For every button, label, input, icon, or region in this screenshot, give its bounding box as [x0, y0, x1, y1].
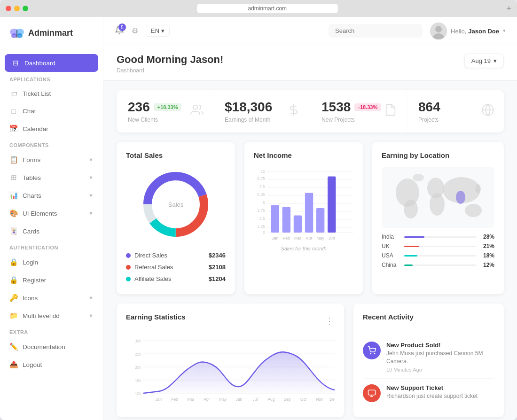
location-name: UK — [382, 243, 400, 249]
search-box[interactable] — [329, 24, 423, 38]
svg-text:3.75: 3.75 — [257, 208, 265, 213]
logo-text: Adminmart — [28, 28, 73, 38]
svg-text:7.5: 7.5 — [259, 184, 265, 189]
svg-text:Mar: Mar — [188, 397, 194, 402]
location-chart-title: Earning by Location — [382, 151, 494, 159]
address-bar[interactable]: adminmart.com — [197, 4, 338, 13]
svg-text:5: 5 — [263, 200, 265, 205]
sidebar-item-calendar[interactable]: 📅 Calendar — [0, 120, 103, 138]
activity-icon-ticket — [363, 384, 381, 402]
sidebar-item-label: Calendar — [23, 125, 48, 132]
svg-text:Aug: Aug — [268, 397, 275, 402]
svg-text:Sep: Sep — [284, 397, 291, 402]
sidebar-item-chat[interactable]: □ Chat — [0, 102, 103, 120]
sidebar-item-login[interactable]: 🔒 Login — [0, 253, 103, 271]
content-body: 236 +18.33% New Clients — [103, 81, 517, 420]
sidebar-item-register[interactable]: 🔒 Register — [0, 271, 103, 289]
svg-text:30k: 30k — [135, 339, 141, 343]
svg-rect-40 — [316, 208, 324, 233]
activity-desc: Richardson just create support ticket — [386, 392, 494, 400]
chevron-down-icon: ▼ — [88, 175, 94, 180]
user-name-label: Jason Doe — [468, 28, 499, 35]
url-bar: adminmart.com — [32, 4, 502, 13]
location-name: China — [382, 262, 400, 268]
projects-icon — [384, 103, 397, 119]
area-chart-svg: 30k 25k 20k 15k 10k — [126, 336, 335, 402]
bottom-row: Earning Statistics ⋮ — [117, 303, 504, 417]
browser-window: adminmart.com + Adminmart ⊟ — [0, 0, 517, 420]
language-selector[interactable]: EN ▾ — [146, 25, 170, 37]
avatar — [430, 23, 447, 39]
legend-label-referral: Referral Sales — [134, 264, 173, 271]
legend-value-referral: $2108 — [209, 264, 226, 271]
sidebar-navigation: ⊟ Dashboard APPLICATIONS 🏷 Ticket List □… — [0, 49, 103, 378]
stat-badge: +18.33% — [154, 103, 182, 111]
sidebar-item-label: Chat — [23, 108, 36, 115]
legend-dot-direct — [126, 253, 131, 258]
sidebar-item-cards[interactable]: 🃏 Cards — [0, 222, 103, 240]
sidebar-item-ui-elements[interactable]: 🎨 UI Elements ▼ — [0, 204, 103, 222]
sidebar-item-logout[interactable]: 📤 Logout — [0, 356, 103, 373]
settings-button[interactable]: ⚙ — [132, 26, 138, 35]
sidebar-item-dashboard[interactable]: ⊟ Dashboard — [5, 54, 98, 72]
sidebar-item-forms[interactable]: 📋 Forms ▼ — [0, 151, 103, 169]
sidebar-item-label: Icons — [23, 295, 38, 302]
activity-title: Recent Activity — [363, 313, 414, 321]
chart-subtitle: Sales for this month — [254, 246, 353, 251]
sidebar-item-label: UI Elements — [23, 210, 57, 217]
svg-text:15k: 15k — [135, 378, 141, 383]
sidebar-item-tables[interactable]: ⊞ Tables ▼ — [0, 169, 103, 187]
card-header: Earning Statistics ⋮ — [126, 313, 335, 328]
sidebar-item-label: Tables — [23, 174, 41, 181]
lang-label: EN — [151, 27, 159, 34]
stat-card-earnings: $18,306 Earnings of Month — [213, 90, 310, 132]
chat-icon: □ — [9, 107, 18, 115]
user-menu[interactable]: Hello, Jason Doe ▾ — [430, 23, 506, 39]
svg-rect-38 — [294, 216, 302, 233]
svg-text:2.5: 2.5 — [259, 216, 265, 221]
date-selector[interactable]: Aug 19 ▾ — [464, 54, 504, 68]
sidebar-item-ticket-list[interactable]: 🏷 Ticket List — [0, 85, 103, 102]
app-container: Adminmart ⊟ Dashboard APPLICATIONS 🏷 Tic… — [0, 17, 517, 420]
more-options-button[interactable]: ⋮ — [325, 316, 335, 326]
donut-wrapper: Sales — [138, 167, 213, 242]
notification-badge: 5 — [118, 23, 126, 31]
sidebar-item-label: Dashboard — [24, 60, 55, 67]
search-input[interactable] — [335, 27, 414, 34]
chevron-down-icon: ▼ — [88, 313, 94, 319]
minimize-button[interactable] — [14, 6, 20, 11]
svg-point-49 — [404, 200, 418, 218]
dashboard-icon: ⊟ — [11, 59, 20, 67]
svg-point-7 — [435, 26, 442, 32]
svg-point-2 — [11, 33, 17, 38]
earnings-icon — [287, 103, 300, 119]
location-pct: 12% — [480, 262, 494, 268]
svg-text:Jul: Jul — [252, 397, 258, 402]
location-item-china: China 12% — [382, 262, 494, 268]
sidebar-item-charts[interactable]: 📊 Charts ▼ — [0, 187, 103, 204]
maximize-button[interactable] — [23, 6, 28, 11]
notifications-button[interactable]: 5 — [115, 25, 124, 36]
cards-icon: 🃏 — [9, 227, 18, 235]
section-label-components: COMPONENTS — [0, 138, 103, 151]
page-header-text: Good Morning Jason! Dashboard — [117, 54, 223, 74]
svg-text:0: 0 — [263, 230, 265, 235]
location-legend: India 28% UK — [382, 233, 494, 268]
chevron-down-icon: ▼ — [88, 193, 94, 198]
svg-point-54 — [465, 204, 482, 217]
sidebar-item-icons[interactable]: 🔑 Icons ▼ — [0, 289, 103, 307]
new-tab-button[interactable]: + — [506, 4, 511, 14]
close-button[interactable] — [6, 6, 11, 11]
tables-icon: ⊞ — [9, 173, 18, 182]
svg-rect-41 — [328, 176, 336, 233]
donut-chart: Sales Direct Sales $2346 — [126, 167, 226, 285]
calendar-icon: 📅 — [9, 124, 18, 133]
chevron-down-icon: ▾ — [161, 27, 164, 34]
activity-item-support-ticket: New Support Ticket Richardson just creat… — [363, 379, 494, 408]
sidebar-item-documentation[interactable]: ✏️ Documentation — [0, 338, 103, 356]
bar-chart-area: 0 1.25 2.5 3.75 5 6.25 7.5 8.75 10 — [254, 167, 353, 242]
sidebar-item-multilevel[interactable]: 📁 Multi level dd ▼ — [0, 307, 103, 325]
svg-rect-37 — [282, 207, 290, 233]
key-icon: 🔑 — [9, 294, 18, 302]
ui-elements-icon: 🎨 — [9, 209, 18, 218]
